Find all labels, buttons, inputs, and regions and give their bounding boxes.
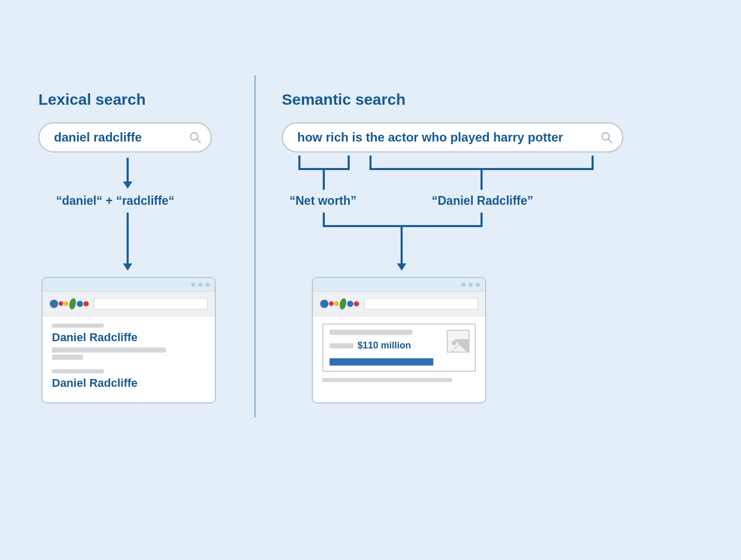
bracket-line xyxy=(481,168,483,190)
lexical-result-window: Daniel Radcliffe Daniel Radcliffe xyxy=(42,277,216,403)
result-title: Daniel Radcliffe xyxy=(52,376,205,390)
placeholder-line xyxy=(330,330,413,335)
placeholder-line xyxy=(52,347,166,353)
semantic-search-box: how rich is the actor who played harry p… xyxy=(282,122,623,152)
svg-line-3 xyxy=(608,139,612,143)
flow-arrow xyxy=(127,158,129,183)
bracket-line xyxy=(323,168,325,190)
answer-amount: $110 million xyxy=(358,340,411,351)
address-bar xyxy=(94,298,208,310)
placeholder-line xyxy=(52,324,104,328)
heading-semantic: Semantic search xyxy=(282,91,405,108)
placeholder-line xyxy=(52,369,104,373)
svg-line-1 xyxy=(197,139,200,143)
search-icon xyxy=(189,131,201,144)
bracket-line xyxy=(323,213,325,226)
lexical-query-text: daniel radcliffe xyxy=(54,130,189,145)
column-divider xyxy=(254,75,256,417)
results-list: Daniel Radcliffe Daniel Radcliffe xyxy=(43,316,215,400)
window-dot-icon xyxy=(198,283,202,287)
flow-arrow xyxy=(401,225,403,264)
browser-toolbar xyxy=(313,291,485,316)
search-icon xyxy=(600,131,613,144)
placeholder-line xyxy=(52,355,83,360)
placeholder-line xyxy=(322,378,452,382)
knowledge-card: $110 million xyxy=(322,324,476,372)
bracket-line xyxy=(323,225,483,227)
answer-panel: $110 million xyxy=(313,316,485,389)
lexical-search-box: daniel radcliffe xyxy=(38,122,212,152)
bracket-line xyxy=(348,156,350,169)
semantic-concept-networth: “Net worth” xyxy=(290,194,356,208)
window-dot-icon xyxy=(476,283,480,287)
flow-arrow xyxy=(127,213,129,264)
semantic-result-window: $110 million xyxy=(312,277,486,403)
image-placeholder-icon xyxy=(447,330,470,353)
heading-lexical: Lexical search xyxy=(38,91,146,108)
browser-toolbar xyxy=(43,291,215,316)
window-titlebar xyxy=(313,278,485,291)
window-dot-icon xyxy=(469,283,473,287)
search-engine-logo-icon xyxy=(320,298,359,310)
search-engine-logo-icon xyxy=(50,298,89,310)
flow-arrowhead xyxy=(123,181,132,189)
bracket-line xyxy=(592,156,594,169)
window-dot-icon xyxy=(191,283,195,287)
bracket-line xyxy=(481,213,483,226)
address-bar xyxy=(364,298,478,310)
highlight-bar xyxy=(330,358,433,366)
flow-arrowhead xyxy=(123,263,132,271)
bracket-line xyxy=(369,156,372,169)
window-dot-icon xyxy=(461,283,465,287)
result-title: Daniel Radcliffe xyxy=(52,331,205,344)
lexical-tokens-label: “daniel“ + “radcliffe“ xyxy=(56,194,174,208)
window-dot-icon xyxy=(205,283,210,287)
placeholder-line xyxy=(330,343,353,348)
semantic-query-text: how rich is the actor who played harry p… xyxy=(297,130,600,145)
window-titlebar xyxy=(43,278,215,291)
semantic-concept-entity: “Daniel Radcliffe” xyxy=(432,194,533,208)
bracket-line xyxy=(298,156,300,169)
flow-arrowhead xyxy=(397,263,406,271)
